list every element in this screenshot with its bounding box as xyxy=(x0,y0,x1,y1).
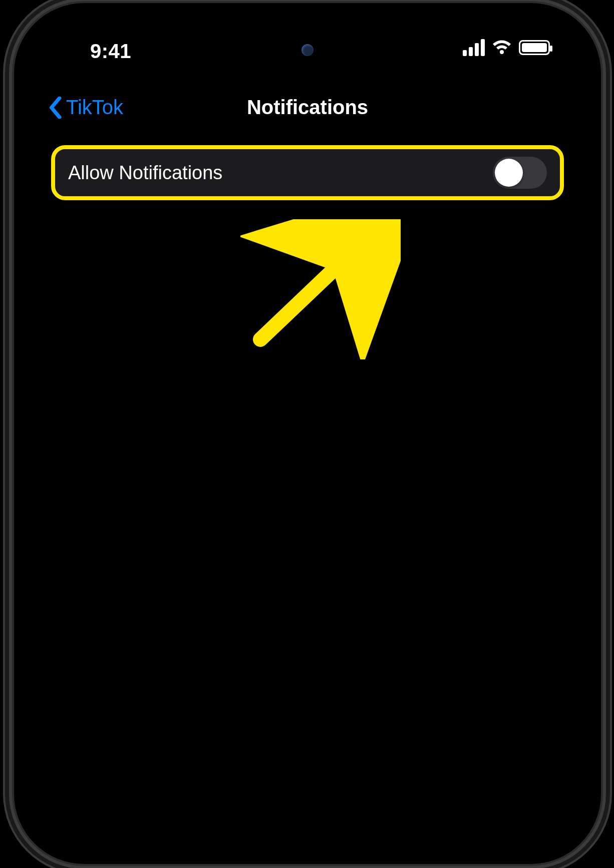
settings-group: Allow Notifications xyxy=(54,149,561,196)
phone-frame: 9:41 TikTok Notifications Allow Notifi xyxy=(14,3,601,864)
wifi-icon xyxy=(492,39,512,56)
side-button-volume-up xyxy=(7,250,13,325)
phone-screen: 9:41 TikTok Notifications Allow Notifi xyxy=(30,19,585,848)
side-button-power xyxy=(601,305,607,415)
battery-icon xyxy=(519,40,550,55)
page-title: Notifications xyxy=(30,96,585,119)
toggle-knob xyxy=(495,159,523,187)
status-time: 9:41 xyxy=(90,40,131,63)
status-bar: 9:41 xyxy=(30,38,585,73)
allow-notifications-label: Allow Notifications xyxy=(68,162,222,184)
svg-line-0 xyxy=(260,239,366,339)
navigation-bar: TikTok Notifications xyxy=(30,89,585,129)
front-camera-icon xyxy=(301,44,314,56)
side-button-silence xyxy=(7,160,13,196)
allow-notifications-toggle[interactable] xyxy=(493,157,547,189)
status-indicators xyxy=(463,39,550,56)
cellular-signal-icon xyxy=(463,39,485,56)
annotation-arrow-icon xyxy=(240,219,401,359)
allow-notifications-row[interactable]: Allow Notifications xyxy=(54,149,561,196)
side-button-volume-down xyxy=(7,345,13,420)
